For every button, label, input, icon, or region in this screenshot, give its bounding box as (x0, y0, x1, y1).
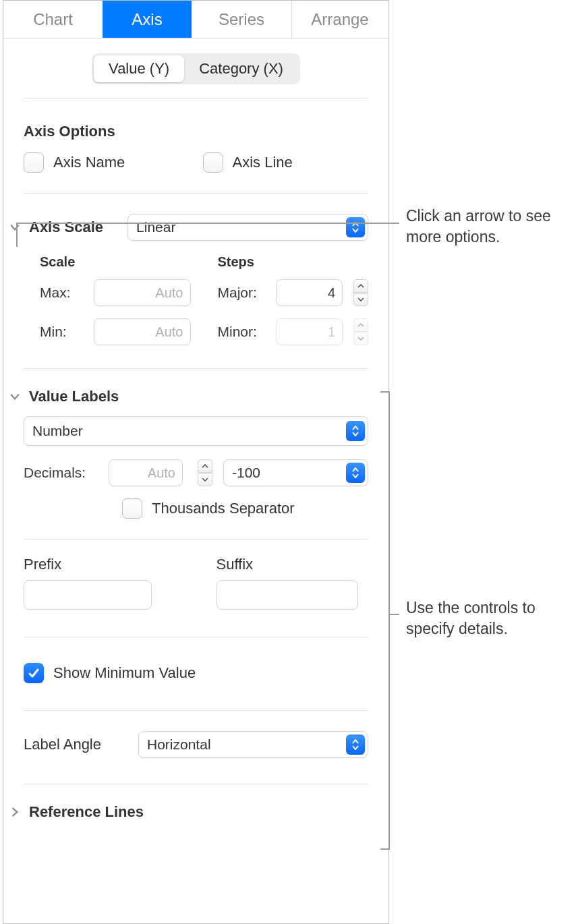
prefix-input[interactable] (24, 580, 152, 610)
axis-segmented-control: Value (Y) Category (X) (92, 53, 300, 84)
negative-format-value: -100 (232, 465, 346, 481)
decimals-label: Decimals: (24, 465, 98, 481)
decimals-placeholder: Auto (116, 465, 175, 481)
negative-format-select[interactable]: -100 (223, 459, 368, 486)
label-angle-select[interactable]: Horizontal (138, 731, 368, 758)
label-angle-label: Label Angle (24, 736, 125, 753)
minor-label: Minor: (218, 324, 269, 340)
segment-value-y[interactable]: Value (Y) (94, 55, 184, 82)
label-axis-name: Axis Name (53, 154, 125, 171)
checkbox-axis-line[interactable] (203, 152, 223, 173)
label-show-min-value: Show Minimum Value (53, 664, 196, 682)
steps-subhead: Steps (218, 254, 369, 270)
decimals-input[interactable]: Auto (109, 459, 183, 486)
updown-icon (346, 217, 365, 237)
stepper-up-icon[interactable] (353, 279, 368, 293)
axis-scale-select-value: Linear (136, 219, 346, 235)
max-input[interactable]: Auto (94, 279, 191, 306)
stepper-up-icon[interactable] (198, 459, 212, 473)
reference-lines-disclosure[interactable] (9, 806, 21, 818)
callout-arrow-text: Click an arrow to see more options. (406, 206, 576, 248)
reference-lines-title: Reference Lines (29, 803, 144, 821)
label-axis-line: Axis Line (233, 154, 293, 171)
major-input[interactable]: 4 (276, 279, 343, 306)
callout-details-text: Use the controls to specify details. (406, 598, 576, 639)
updown-icon (346, 463, 365, 483)
tab-axis[interactable]: Axis (103, 1, 192, 38)
axis-scale-title: Axis Scale (29, 219, 103, 236)
major-label: Major: (218, 285, 269, 301)
tab-series[interactable]: Series (192, 1, 291, 38)
prefix-label: Prefix (24, 556, 176, 573)
value-labels-disclosure[interactable] (9, 391, 21, 403)
stepper-down-icon (353, 333, 368, 346)
minor-input[interactable]: 1 (276, 318, 343, 345)
checkbox-show-min-value[interactable] (24, 663, 44, 683)
suffix-input[interactable] (217, 580, 358, 610)
checkbox-axis-name[interactable] (24, 152, 44, 173)
scale-subhead: Scale (40, 254, 191, 270)
axis-scale-select[interactable]: Linear (127, 214, 368, 241)
axis-options-title: Axis Options (24, 123, 368, 140)
inspector-tabs: Chart Axis Series Arrange (3, 1, 388, 38)
minor-stepper (353, 318, 368, 345)
updown-icon (346, 734, 365, 755)
value-labels-title: Value Labels (29, 388, 119, 405)
format-sidebar: Chart Axis Series Arrange Value (Y) Cate… (3, 0, 389, 924)
suffix-label: Suffix (217, 556, 369, 573)
minor-value: 1 (283, 324, 336, 340)
major-stepper[interactable] (353, 279, 368, 306)
tab-chart[interactable]: Chart (3, 1, 103, 38)
label-angle-value: Horizontal (147, 737, 346, 753)
tab-arrange[interactable]: Arrange (291, 1, 388, 38)
checkbox-thousands-separator[interactable] (122, 498, 142, 519)
decimals-stepper[interactable] (198, 459, 212, 486)
major-value: 4 (283, 285, 336, 301)
format-select-value: Number (32, 423, 346, 439)
min-placeholder: Auto (101, 324, 183, 340)
max-label: Max: (40, 285, 87, 301)
stepper-up-icon (353, 318, 368, 332)
updown-icon (346, 421, 365, 441)
stepper-down-icon[interactable] (353, 293, 368, 307)
stepper-down-icon[interactable] (198, 473, 212, 487)
min-input[interactable]: Auto (94, 318, 191, 345)
segment-category-x[interactable]: Category (X) (184, 55, 298, 82)
min-label: Min: (40, 324, 87, 340)
format-select[interactable]: Number (24, 416, 368, 446)
label-thousands-separator: Thousands Separator (152, 500, 295, 517)
max-placeholder: Auto (101, 285, 183, 301)
